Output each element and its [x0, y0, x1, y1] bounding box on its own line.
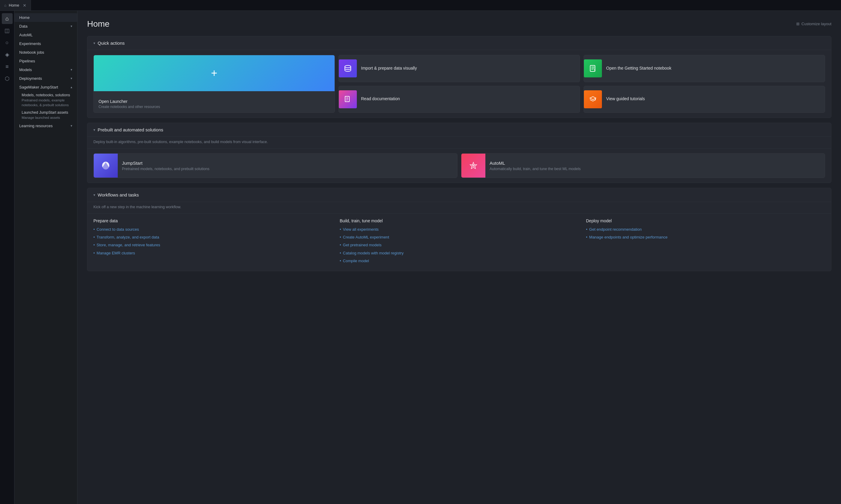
view-tutorials-title: View guided tutorials: [606, 96, 645, 101]
customize-layout-button[interactable]: ⊞ Customize layout: [796, 22, 831, 26]
read-docs-card[interactable]: Read documentation: [339, 86, 580, 113]
workflows-desc: Kick off a new step in the machine learn…: [87, 202, 831, 214]
jumpstart-icon: [94, 154, 118, 178]
getting-started-title: Open the Getting Started notebook: [606, 66, 671, 71]
import-data-icon: [339, 59, 357, 77]
sidebar-item-notebook-jobs[interactable]: Notebook jobs: [14, 48, 77, 57]
store-features-link[interactable]: Store, manage, and retrieve features: [93, 242, 332, 248]
customize-layout-label: Customize layout: [801, 22, 831, 26]
getting-started-text: Open the Getting Started notebook: [606, 65, 671, 73]
sidebar-item-models-notebooks[interactable]: Models, notebooks, solutions Pretrained …: [14, 91, 77, 109]
build-train-column: Build, train, tune model View all experi…: [340, 218, 579, 266]
chevron-down-icon: ▾: [71, 24, 72, 28]
getting-started-icon: [584, 59, 602, 77]
connect-data-link[interactable]: Connect to data sources: [93, 227, 332, 232]
chevron-up-icon: ▴: [71, 85, 72, 89]
read-docs-text: Read documentation: [361, 95, 400, 103]
getting-started-card[interactable]: Open the Getting Started notebook: [584, 55, 825, 82]
jumpstart-title: JumpStart: [122, 161, 209, 166]
icon-bar: ⌂ ◫ ○ ◈ ≡ ⬡: [0, 11, 14, 504]
catalog-models-link[interactable]: Catalog models with model registry: [340, 251, 579, 256]
quick-actions-title: Quick actions: [98, 40, 125, 46]
workflows-grid: Prepare data Connect to data sources Tra…: [93, 218, 825, 266]
sidebar-item-learning-resources[interactable]: Learning resources ▾: [14, 122, 77, 130]
sidebar-item-models[interactable]: Models ▾: [14, 66, 77, 74]
icon-btn-extensions[interactable]: ⬡: [2, 73, 13, 84]
prepare-data-column: Prepare data Connect to data sources Tra…: [93, 218, 332, 266]
chevron-down-icon: ▾: [71, 124, 72, 128]
app-layout: ⌂ ◫ ○ ◈ ≡ ⬡ Home Data ▾ AutoML Experimen…: [0, 11, 841, 504]
prebuilt-header[interactable]: ▾ Prebuilt and automated solutions: [87, 123, 831, 137]
automl-desc: Automatically build, train, and tune the…: [490, 167, 581, 171]
transform-data-link[interactable]: Transform, analyze, and export data: [93, 235, 332, 240]
view-tutorials-icon: [584, 90, 602, 108]
workflows-header[interactable]: ▾ Workflows and tasks: [87, 188, 831, 202]
read-docs-title: Read documentation: [361, 96, 400, 101]
home-tab[interactable]: ⌂ Home ✕: [0, 0, 31, 11]
automl-icon: [461, 154, 485, 178]
quick-actions-body: + Open Launcher Create notebooks and oth…: [87, 50, 831, 118]
solutions-grid: JumpStart Pretrained models, notebooks, …: [93, 153, 825, 178]
quick-actions-header[interactable]: ▾ Quick actions: [87, 36, 831, 50]
workflows-body: Prepare data Connect to data sources Tra…: [87, 214, 831, 271]
chevron-down-icon: ▾: [71, 68, 72, 72]
section-chevron-icon: ▾: [93, 41, 95, 45]
get-pretrained-link[interactable]: Get pretrained models: [340, 242, 579, 248]
page-title: Home: [87, 19, 110, 29]
import-data-card[interactable]: Import & prepare data visually: [339, 55, 580, 82]
sidebar-item-deployments[interactable]: Deployments ▾: [14, 74, 77, 83]
manage-emr-link[interactable]: Manage EMR clusters: [93, 251, 332, 256]
sidebar-item-launched-assets[interactable]: Launched JumpStart assets Manage launche…: [14, 109, 77, 122]
chevron-down-icon: ▾: [71, 76, 72, 80]
endpoint-recommendation-link[interactable]: Get endpoint recommendation: [586, 227, 825, 232]
quick-actions-grid: + Open Launcher Create notebooks and oth…: [93, 55, 825, 113]
sidebar-item-sagemaker-jumpstart[interactable]: SageMaker JumpStart ▴: [14, 83, 77, 91]
prepare-data-title: Prepare data: [93, 218, 332, 223]
jumpstart-text: JumpStart Pretrained models, notebooks, …: [122, 158, 209, 174]
automl-card[interactable]: AutoML Automatically build, train, and t…: [461, 153, 825, 178]
prebuilt-section: ▾ Prebuilt and automated solutions Deplo…: [87, 123, 831, 183]
build-train-title: Build, train, tune model: [340, 218, 579, 223]
view-tutorials-text: View guided tutorials: [606, 95, 645, 103]
open-launcher-icon-box: +: [94, 55, 334, 91]
view-tutorials-card[interactable]: View guided tutorials: [584, 86, 825, 113]
open-launcher-desc: Create notebooks and other resources: [99, 105, 330, 109]
manage-endpoints-link[interactable]: Manage endpoints and optimize performanc…: [586, 235, 825, 240]
automl-title: AutoML: [490, 161, 581, 166]
prebuilt-desc: Deploy built-in algorithms, pre-built so…: [87, 137, 831, 148]
page-header: Home ⊞ Customize layout: [87, 19, 831, 29]
import-data-title: Import & prepare data visually: [361, 66, 417, 71]
workflows-section: ▾ Workflows and tasks Kick off a new ste…: [87, 188, 831, 271]
compile-model-link[interactable]: Compile model: [340, 258, 579, 264]
tab-close-button[interactable]: ✕: [23, 3, 27, 8]
import-data-text: Import & prepare data visually: [361, 65, 417, 73]
customize-layout-icon: ⊞: [796, 22, 800, 26]
open-launcher-title: Open Launcher: [99, 99, 330, 104]
plus-icon: +: [211, 67, 217, 79]
view-experiments-link[interactable]: View all experiments: [340, 227, 579, 232]
sidebar-item-experiments[interactable]: Experiments: [14, 39, 77, 48]
sidebar-item-data[interactable]: Data ▾: [14, 22, 77, 31]
icon-btn-data[interactable]: ◫: [2, 25, 13, 36]
create-automl-link[interactable]: Create AutoML experiment: [340, 235, 579, 240]
deploy-model-title: Deploy model: [586, 218, 825, 223]
sidebar-item-pipelines[interactable]: Pipelines: [14, 57, 77, 66]
icon-btn-home[interactable]: ⌂: [2, 13, 13, 24]
sidebar-item-automl[interactable]: AutoML: [14, 31, 77, 39]
section-chevron-icon: ▾: [93, 128, 95, 132]
sidebar: Home Data ▾ AutoML Experiments Notebook …: [14, 11, 78, 504]
main-content: Home ⊞ Customize layout ▾ Quick actions …: [78, 11, 841, 504]
home-tab-icon: ⌂: [4, 3, 6, 7]
svg-rect-1: [590, 66, 595, 71]
svg-point-0: [345, 66, 351, 68]
open-launcher-card[interactable]: + Open Launcher Create notebooks and oth…: [93, 55, 335, 113]
section-chevron-icon: ▾: [93, 193, 95, 197]
prebuilt-title: Prebuilt and automated solutions: [98, 127, 163, 132]
icon-btn-deploy[interactable]: ◈: [2, 49, 13, 60]
icon-btn-menu[interactable]: ≡: [2, 61, 13, 72]
jumpstart-card[interactable]: JumpStart Pretrained models, notebooks, …: [93, 153, 458, 178]
sidebar-item-home[interactable]: Home: [14, 13, 77, 22]
icon-btn-automl[interactable]: ○: [2, 37, 13, 48]
workflows-title: Workflows and tasks: [98, 192, 139, 197]
deploy-model-column: Deploy model Get endpoint recommendation…: [586, 218, 825, 266]
